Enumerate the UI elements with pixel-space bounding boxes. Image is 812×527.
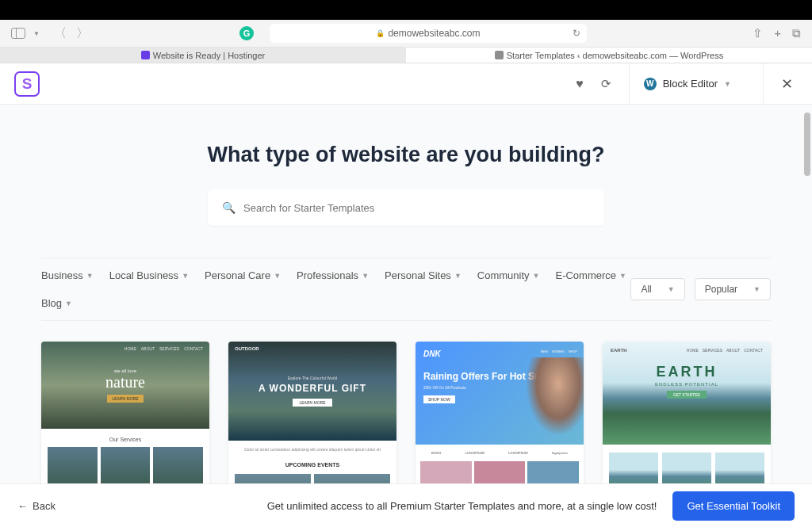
filter-sort-dropdown[interactable]: Popular▼ bbox=[695, 278, 771, 300]
app-header: S ♥ ⟳ W Block Editor ▼ ✕ bbox=[0, 63, 812, 105]
nav-back-button[interactable]: 〈 bbox=[54, 25, 67, 42]
tabs-overview-icon[interactable]: ⧉ bbox=[792, 26, 801, 40]
templates-grid: HOMEABOUTSERVICESCONTACT we all love nat… bbox=[41, 342, 771, 507]
promo-text: Get unlimited access to all Premium Star… bbox=[267, 500, 657, 512]
share-icon[interactable]: ⇧ bbox=[753, 26, 763, 40]
template-card-earth[interactable]: EARTH HOMESERVICESABOUTCONTACT EARTH END… bbox=[603, 342, 771, 507]
search-box[interactable]: 🔍 bbox=[208, 189, 604, 226]
template-card-outdoor[interactable]: OUTDOOR Explore The Colourful World A WO… bbox=[228, 342, 396, 507]
back-button[interactable]: ← Back bbox=[17, 500, 56, 512]
category-community[interactable]: Community▼ bbox=[477, 269, 540, 281]
editor-dropdown[interactable]: W Block Editor ▼ bbox=[629, 63, 745, 105]
address-bar[interactable]: 🔒 demowebsiteabc.com ↻ bbox=[270, 24, 587, 43]
browser-toolbar: ▼ 〈 〉 G 🔒 demowebsiteabc.com ↻ ⇧ + ⧉ bbox=[0, 20, 812, 48]
scrollbar-thumb[interactable] bbox=[804, 113, 810, 176]
category-ecommerce[interactable]: E-Commerce▼ bbox=[555, 269, 626, 281]
filter-row: Business▼ Local Business▼ Personal Care▼… bbox=[41, 258, 771, 321]
search-icon: 🔍 bbox=[222, 201, 236, 214]
footer-bar: ← Back Get unlimited access to all Premi… bbox=[0, 483, 812, 527]
sync-icon[interactable]: ⟳ bbox=[601, 77, 611, 91]
arrow-left-icon: ← bbox=[17, 500, 28, 512]
scrollbar[interactable] bbox=[804, 105, 810, 507]
browser-tab-bar: Website is Ready | Hostinger Starter Tem… bbox=[0, 48, 812, 63]
back-label: Back bbox=[33, 500, 56, 512]
wp-favicon bbox=[495, 51, 504, 59]
template-card-nature[interactable]: HOMEABOUTSERVICESCONTACT we all love nat… bbox=[41, 342, 209, 507]
template-card-dnk[interactable]: DNK MENWOMENSHOP Raining Offers For Hot … bbox=[416, 342, 584, 507]
favorites-icon[interactable]: ♥ bbox=[576, 77, 584, 91]
wordpress-icon: W bbox=[644, 78, 657, 90]
close-button[interactable]: ✕ bbox=[763, 63, 798, 105]
grammarly-icon[interactable]: G bbox=[239, 26, 254, 40]
new-tab-icon[interactable]: + bbox=[774, 26, 781, 40]
category-list: Business▼ Local Business▼ Personal Care▼… bbox=[41, 269, 630, 309]
refresh-icon[interactable]: ↻ bbox=[573, 28, 580, 39]
category-professionals[interactable]: Professionals▼ bbox=[297, 269, 369, 281]
get-toolkit-button[interactable]: Get Essential Toolkit bbox=[672, 491, 795, 521]
browser-tab-1[interactable]: Website is Ready | Hostinger bbox=[0, 48, 406, 63]
starter-templates-logo[interactable]: S bbox=[14, 71, 40, 97]
url-text: demowebsiteabc.com bbox=[388, 28, 480, 39]
filter-all-dropdown[interactable]: All▼ bbox=[630, 278, 684, 300]
lock-icon: 🔒 bbox=[376, 29, 385, 37]
editor-label: Block Editor bbox=[663, 78, 718, 90]
page-title: What type of website are you building? bbox=[41, 143, 771, 167]
category-personal-care[interactable]: Personal Care▼ bbox=[205, 269, 281, 281]
category-local-business[interactable]: Local Business▼ bbox=[109, 269, 189, 281]
search-input[interactable] bbox=[243, 202, 590, 214]
browser-tab-2[interactable]: Starter Templates ‹ demowebsiteabc.com —… bbox=[406, 48, 812, 63]
category-business[interactable]: Business▼ bbox=[41, 269, 94, 281]
hostinger-favicon bbox=[141, 51, 150, 59]
tab-title: Starter Templates ‹ demowebsiteabc.com —… bbox=[507, 51, 723, 60]
chevron-down-icon[interactable]: ▼ bbox=[33, 30, 40, 37]
main-content: What type of website are you building? 🔍… bbox=[0, 105, 812, 507]
nav-forward-button[interactable]: 〉 bbox=[76, 25, 89, 42]
tab-title: Website is Ready | Hostinger bbox=[153, 51, 265, 60]
category-personal-sites[interactable]: Personal Sites▼ bbox=[385, 269, 462, 281]
sidebar-toggle-icon[interactable] bbox=[11, 28, 25, 39]
chevron-down-icon: ▼ bbox=[724, 80, 731, 88]
category-blog[interactable]: Blog▼ bbox=[41, 297, 72, 309]
window-black-bar bbox=[0, 0, 812, 20]
